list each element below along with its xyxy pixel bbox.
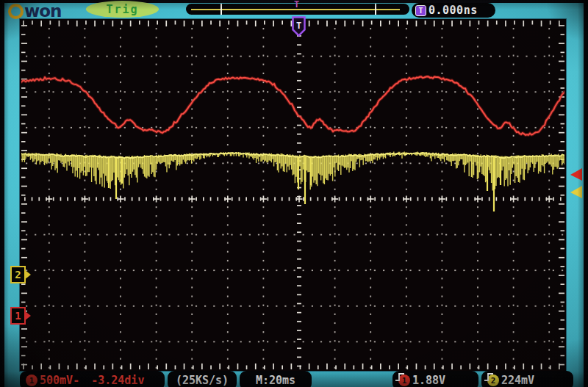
trigger2-level-value: 224mV [501, 374, 534, 387]
trigger-time-value: 0.000ns [429, 4, 478, 17]
ch2-waveform-trace [20, 152, 565, 211]
timebase-pill: M:20ms [240, 371, 312, 387]
view-window-left-tick [220, 4, 222, 15]
ch1-position-marker: 1 [10, 307, 26, 325]
logo-text: won [24, 3, 61, 19]
trigger-position-marker: T [293, 18, 305, 36]
trigger-level-arrow-ch1 [570, 168, 582, 181]
owon-logo: won [8, 2, 61, 20]
oscilloscope-screen-photo: T won Trig T T 0.000ns 2 1 1 500mV- -3.2… [0, 0, 588, 387]
ch1-volts-per-div: 500mV- [40, 374, 79, 387]
trigger-level-arrow-ch2 [570, 186, 582, 198]
svg-text:T: T [296, 21, 301, 31]
logo-o-ring-icon [8, 4, 24, 19]
trigger2-level-pill: 2 224mV [481, 371, 573, 387]
ch1-badge-icon: 1 [26, 375, 37, 386]
graticule-grid [21, 21, 564, 369]
trigger-t-icon: T [415, 5, 426, 16]
ch1-waveform-trace [20, 76, 565, 135]
view-window-right-tick [375, 4, 376, 15]
trigger-time-readout: T 0.000ns [412, 3, 495, 18]
sample-rate-value: (25KS/s) [176, 374, 229, 387]
ch1-settings-pill: 1 500mV- -3.24div [20, 371, 165, 387]
trigger1-level-value: 1.88V [412, 374, 445, 387]
ch1-marker-label: 1 [15, 310, 21, 322]
trigger-pin-icon: T [294, 0, 299, 9]
timebase-value: M:20ms [256, 374, 295, 387]
ch2-marker-label: 2 [15, 269, 21, 281]
trigger-status-label: Trig [106, 3, 138, 16]
trigger-status-badge: Trig [86, 1, 159, 18]
rising-edge-icon [483, 371, 495, 383]
scope-graphics: T [0, 0, 588, 387]
trigger1-level-pill: 1 1.88V [392, 371, 478, 387]
sample-rate-pill: (25KS/s) [168, 371, 237, 387]
rising-edge-icon [394, 371, 406, 383]
ch2-position-marker: 2 [10, 266, 26, 283]
record-position-bar: T [186, 4, 409, 15]
ch1-vertical-position: -3.24div [91, 374, 144, 387]
